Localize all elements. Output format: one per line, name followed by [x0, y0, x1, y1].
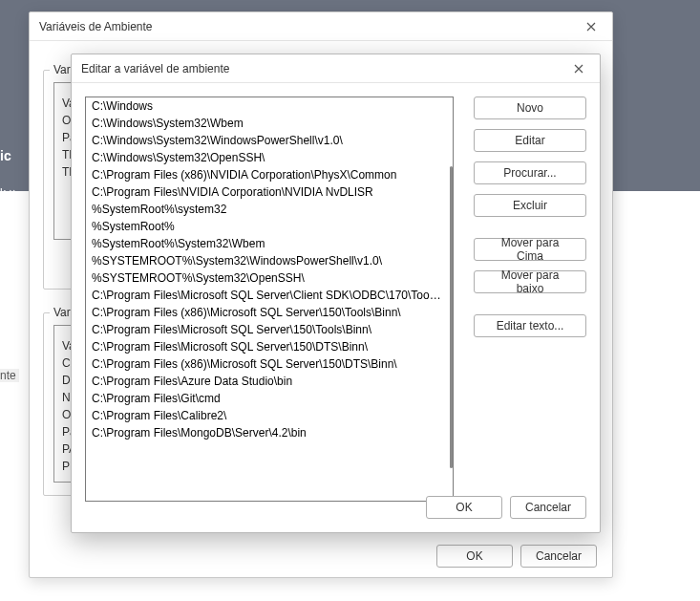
- ok-button[interactable]: OK: [436, 545, 513, 568]
- path-item[interactable]: %SystemRoot%\system32: [86, 201, 447, 218]
- side-button-column: Novo Editar Procurar... Excluir Mover pa…: [474, 97, 586, 337]
- path-item[interactable]: C:\Windows\System32\OpenSSH\: [86, 149, 447, 166]
- cancel-button[interactable]: Cancelar: [510, 496, 586, 519]
- edit-environment-variable-dialog: Editar a variável de ambiente C:\Windows…: [71, 54, 601, 533]
- close-icon: [586, 22, 596, 32]
- bg-fragment-nte: nte: [0, 369, 19, 382]
- path-item[interactable]: C:\Program Files\MongoDB\Server\4.2\bin: [86, 424, 447, 441]
- dialog-title: Editar a variável de ambiente: [81, 62, 229, 75]
- cancel-button[interactable]: Cancelar: [520, 545, 597, 568]
- dialog-footer-buttons: OK Cancelar: [426, 496, 586, 519]
- path-item[interactable]: C:\Program Files (x86)\Microsoft SQL Ser…: [86, 304, 447, 321]
- path-item[interactable]: %SystemRoot%: [86, 218, 447, 235]
- path-list-container: C:\WindowsC:\Windows\System32\WbemC:\Win…: [86, 97, 447, 501]
- path-item[interactable]: C:\Program Files\NVIDIA Corporation\NVID…: [86, 183, 447, 201]
- dialog-body: C:\WindowsC:\Windows\System32\WbemC:\Win…: [72, 83, 600, 532]
- path-item[interactable]: C:\Program Files (x86)\Microsoft SQL Ser…: [86, 355, 447, 373]
- delete-button[interactable]: Excluir: [474, 194, 586, 217]
- path-item[interactable]: C:\Program Files (x86)\NVIDIA Corporatio…: [86, 166, 447, 183]
- browse-button[interactable]: Procurar...: [474, 161, 586, 184]
- path-item[interactable]: C:\Program Files\Calibre2\: [86, 407, 447, 424]
- dialog-title: Variáveis de Ambiente: [39, 20, 153, 33]
- path-item[interactable]: C:\Program Files\Microsoft SQL Server\15…: [86, 321, 447, 338]
- path-item[interactable]: C:\Windows\System32\Wbem: [86, 115, 447, 132]
- path-item[interactable]: %SYSTEMROOT%\System32\OpenSSH\: [86, 269, 447, 287]
- dialog-footer-buttons: OK Cancelar: [436, 545, 597, 568]
- path-item[interactable]: %SYSTEMROOT%\System32\WindowsPowerShell\…: [86, 252, 447, 269]
- path-item[interactable]: C:\Program Files\Git\cmd: [86, 390, 447, 407]
- close-button[interactable]: [578, 16, 605, 37]
- close-icon: [574, 64, 583, 74]
- bg-fragment-ic: ic: [0, 148, 11, 163]
- bg-fragment-k: k ×: [0, 186, 15, 200]
- path-item[interactable]: %SystemRoot%\System32\Wbem: [86, 235, 447, 252]
- new-button[interactable]: Novo: [474, 97, 586, 119]
- path-item[interactable]: C:\Program Files\Azure Data Studio\bin: [86, 373, 447, 390]
- edit-button[interactable]: Editar: [474, 129, 586, 152]
- edit-text-button[interactable]: Editar texto...: [474, 314, 586, 337]
- dialog-titlebar: Editar a variável de ambiente: [72, 54, 600, 83]
- move-up-button[interactable]: Mover para Cima: [474, 238, 586, 261]
- ok-button[interactable]: OK: [426, 496, 502, 519]
- dialog-titlebar: Variáveis de Ambiente: [30, 12, 612, 41]
- path-item[interactable]: C:\Program Files\Microsoft SQL Server\Cl…: [86, 287, 447, 304]
- move-down-button[interactable]: Mover para baixo: [474, 270, 586, 293]
- scrollbar-thumb[interactable]: [450, 166, 453, 468]
- path-item[interactable]: C:\Windows\System32\WindowsPowerShell\v1…: [86, 132, 447, 149]
- close-button[interactable]: [565, 58, 592, 79]
- path-item[interactable]: C:\Windows: [86, 97, 447, 115]
- path-item[interactable]: C:\Program Files\Microsoft SQL Server\15…: [86, 338, 447, 355]
- path-listbox[interactable]: C:\WindowsC:\Windows\System32\WbemC:\Win…: [85, 97, 454, 502]
